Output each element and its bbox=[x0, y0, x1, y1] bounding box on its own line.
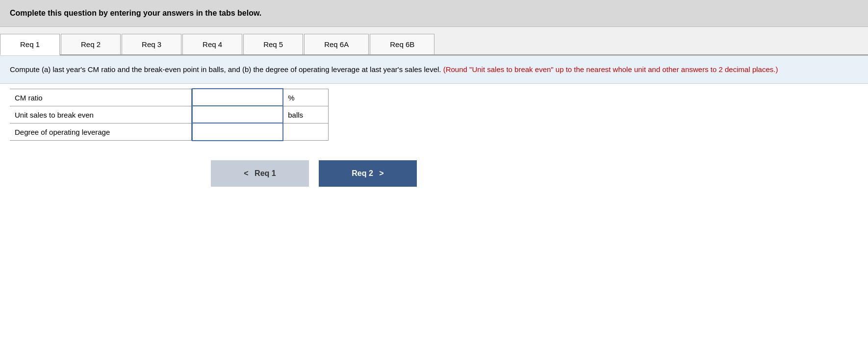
prev-button[interactable]: < Req 1 bbox=[211, 160, 309, 187]
next-button-label: Req 2 bbox=[352, 169, 373, 177]
tabs-container: Req 1 Req 2 Req 3 Req 4 Req 5 Req 6A Req… bbox=[0, 27, 868, 55]
tab-req6a[interactable]: Req 6A bbox=[304, 34, 369, 54]
content-area: Compute (a) last year's CM ratio and the… bbox=[0, 55, 868, 206]
description-note: (Round "Unit sales to break even" up to … bbox=[443, 65, 778, 74]
tab-req4[interactable]: Req 4 bbox=[182, 34, 242, 54]
cm-ratio-input[interactable] bbox=[193, 89, 283, 106]
tab-req3[interactable]: Req 3 bbox=[122, 34, 181, 54]
cm-ratio-label: CM ratio bbox=[10, 89, 192, 106]
next-button[interactable]: Req 2 > bbox=[319, 160, 417, 187]
instruction-bar: Complete this question by entering your … bbox=[0, 0, 868, 27]
button-row: < Req 1 Req 2 > bbox=[211, 160, 868, 206]
cm-ratio-unit: % bbox=[283, 89, 329, 106]
chevron-left-icon: < bbox=[244, 169, 248, 177]
unit-sales-label: Unit sales to break even bbox=[10, 106, 192, 124]
form-section: CM ratio % Unit sales to break even ball… bbox=[0, 84, 868, 146]
unit-sales-input[interactable] bbox=[193, 106, 283, 123]
tab-req2[interactable]: Req 2 bbox=[61, 34, 121, 54]
tab-req5[interactable]: Req 5 bbox=[243, 34, 303, 54]
cm-ratio-input-cell bbox=[192, 89, 283, 106]
table-row: Unit sales to break even balls bbox=[10, 106, 329, 124]
degree-leverage-input-cell bbox=[192, 124, 283, 141]
form-table: CM ratio % Unit sales to break even ball… bbox=[10, 89, 329, 141]
instruction-text: Complete this question by entering your … bbox=[10, 9, 261, 17]
table-row: CM ratio % bbox=[10, 89, 329, 106]
prev-button-label: Req 1 bbox=[255, 169, 276, 177]
unit-sales-input-cell bbox=[192, 106, 283, 124]
description-box: Compute (a) last year's CM ratio and the… bbox=[0, 55, 868, 84]
table-row: Degree of operating leverage bbox=[10, 124, 329, 141]
degree-leverage-input[interactable] bbox=[193, 124, 283, 140]
tab-req1[interactable]: Req 1 bbox=[0, 34, 60, 55]
chevron-right-icon: > bbox=[379, 169, 383, 177]
description-main: Compute (a) last year's CM ratio and the… bbox=[10, 65, 441, 74]
degree-leverage-label: Degree of operating leverage bbox=[10, 124, 192, 141]
unit-sales-unit: balls bbox=[283, 106, 329, 124]
tab-req6b[interactable]: Req 6B bbox=[370, 34, 434, 54]
degree-leverage-unit bbox=[283, 124, 329, 141]
